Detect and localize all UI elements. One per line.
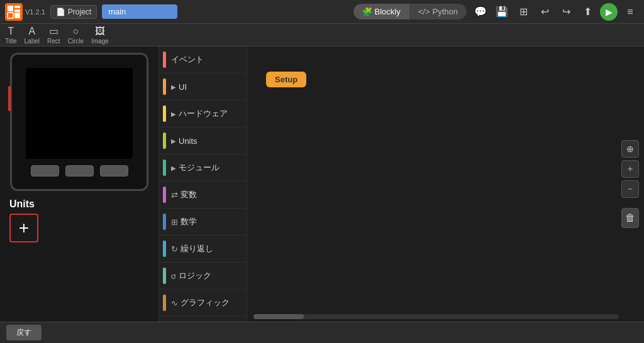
category-label-logic: ロジック — [179, 270, 211, 281]
middle-panel: イベント▶UI▶ハードウェア▶Units▶モジュール⇄変数⊞数学↻繰り返しσロジ… — [159, 46, 247, 322]
category-item-variable[interactable]: ⇄変数 — [159, 182, 247, 209]
puzzle-icon: 🧩 — [362, 7, 372, 16]
project-icon: 📄 — [56, 8, 65, 16]
category-item-math[interactable]: ⊞数学 — [159, 209, 247, 236]
bottom-scrollbar[interactable] — [253, 314, 619, 319]
main-input[interactable] — [102, 4, 177, 19]
project-button[interactable]: 📄 Project — [50, 5, 97, 19]
category-indicator-hardware — [163, 106, 166, 122]
category-indicator-graphic — [163, 295, 166, 311]
category-icon-loop: ↻ — [171, 244, 178, 254]
toolbar-rect[interactable]: ▭ Rect — [47, 25, 60, 45]
svg-rect-4 — [14, 13, 20, 18]
toolbar-label-label: Label — [25, 38, 40, 45]
category-icon-graphic: ∿ — [171, 298, 178, 308]
mode-switcher: 🧩 Blockly </> Python — [353, 4, 467, 19]
device-preview — [10, 53, 148, 191]
grid-button[interactable]: ⊞ — [514, 3, 532, 21]
trash-button[interactable]: 🗑 — [621, 208, 639, 228]
python-button[interactable]: </> Python — [409, 4, 467, 19]
category-icon-variable: ⇄ — [171, 190, 178, 200]
category-item-units[interactable]: ▶Units — [159, 128, 247, 155]
chat-button[interactable]: 💬 — [472, 3, 489, 21]
device-btn-3 — [100, 165, 128, 177]
logo-icon — [5, 3, 23, 21]
undo-button[interactable]: ↩ — [536, 3, 553, 21]
category-icon-logic: σ — [171, 271, 176, 281]
svg-rect-2 — [14, 9, 20, 12]
category-item-hardware[interactable]: ▶ハードウェア — [159, 101, 247, 128]
setup-block[interactable]: Setup — [266, 72, 306, 87]
upload-button[interactable]: ⬆ — [579, 3, 596, 21]
scrollbar-thumb — [253, 314, 304, 319]
circle-icon: ○ — [73, 26, 79, 37]
category-item-event[interactable]: イベント — [159, 46, 247, 74]
category-indicator-logic — [163, 268, 166, 284]
category-arrow-hardware: ▶ — [171, 111, 176, 117]
add-unit-button[interactable]: + — [9, 214, 38, 242]
category-item-logic[interactable]: σロジック — [159, 263, 247, 290]
toolbar-label[interactable]: A Label — [25, 26, 40, 45]
zoom-in-button[interactable]: ＋ — [621, 160, 639, 178]
category-label-variable: 変数 — [180, 189, 197, 200]
device-side-indicator — [8, 86, 11, 111]
zoom-fit-button[interactable]: ⊕ — [621, 140, 639, 158]
category-item-loop[interactable]: ↻繰り返し — [159, 236, 247, 263]
category-arrow-ui: ▶ — [171, 84, 176, 90]
device-screen — [26, 68, 133, 159]
label-icon: A — [28, 26, 35, 37]
plus-icon: + — [19, 218, 29, 238]
header-icons: 💬 💾 ⊞ ↩ ↪ ⬆ ▶ ≡ — [472, 3, 639, 21]
toolbar-title[interactable]: T Title — [5, 26, 17, 45]
category-indicator-variable — [163, 187, 166, 203]
canvas-controls: ⊕ ＋ － 🗑 — [621, 140, 639, 228]
project-label: Project — [68, 8, 91, 16]
category-label-hardware: ハードウェア — [179, 108, 228, 119]
category-item-graphic[interactable]: ∿グラフィック — [159, 290, 247, 317]
bottom-bar: 戻す — [0, 322, 644, 343]
toolbar-image-label: Image — [91, 38, 109, 45]
menu-button[interactable]: ≡ — [621, 3, 639, 21]
category-item-ui[interactable]: ▶UI — [159, 74, 247, 101]
main-content: Units + イベント▶UI▶ハードウェア▶Units▶モジュール⇄変数⊞数学… — [0, 46, 644, 322]
blockly-button[interactable]: 🧩 Blockly — [353, 4, 409, 19]
save-button[interactable]: 💾 — [493, 3, 511, 21]
category-indicator-module — [163, 160, 166, 176]
toolbar-circle-label: Circle — [68, 38, 84, 45]
right-panel: Setup ⊕ ＋ － 🗑 — [247, 46, 644, 322]
header: V1.2.1 📄 Project 🧩 Blockly </> Python 💬 … — [0, 0, 644, 24]
category-label-loop: 繰り返し — [180, 243, 213, 254]
rect-icon: ▭ — [49, 25, 58, 37]
category-indicator-units — [163, 133, 166, 149]
device-btn-2 — [65, 165, 94, 177]
category-label-units: Units — [179, 136, 197, 146]
category-indicator-event — [163, 52, 166, 68]
category-label-event: イベント — [171, 54, 204, 65]
category-item-module[interactable]: ▶モジュール — [159, 155, 247, 182]
toolbar-title-label: Title — [5, 38, 17, 45]
category-list: イベント▶UI▶ハードウェア▶Units▶モジュール⇄変数⊞数学↻繰り返しσロジ… — [159, 46, 247, 322]
play-button[interactable]: ▶ — [600, 3, 618, 21]
category-label-module: モジュール — [179, 162, 219, 173]
code-icon: </> — [418, 7, 430, 16]
category-item-emoji[interactable]: ♡絵文字 — [159, 317, 247, 322]
left-panel: Units + — [0, 46, 159, 322]
category-indicator-math — [163, 214, 166, 230]
image-icon: 🖼 — [95, 26, 105, 37]
category-label-graphic: グラフィック — [180, 297, 230, 308]
svg-rect-1 — [14, 6, 20, 8]
redo-button[interactable]: ↪ — [557, 3, 575, 21]
category-arrow-module: ▶ — [171, 165, 176, 172]
category-arrow-units: ▶ — [171, 138, 176, 144]
toolbar-rect-label: Rect — [47, 38, 60, 45]
toolbar-image[interactable]: 🖼 Image — [91, 26, 109, 45]
svg-rect-0 — [8, 6, 13, 11]
toolbar-circle[interactable]: ○ Circle — [68, 26, 84, 45]
units-label: Units — [9, 199, 35, 210]
logo: V1.2.1 — [5, 3, 45, 21]
zoom-out-button[interactable]: － — [621, 180, 639, 198]
category-label-math: 数学 — [180, 216, 197, 227]
category-indicator-ui — [163, 79, 166, 95]
back-button[interactable]: 戻す — [6, 325, 42, 340]
category-label-ui: UI — [179, 82, 187, 92]
